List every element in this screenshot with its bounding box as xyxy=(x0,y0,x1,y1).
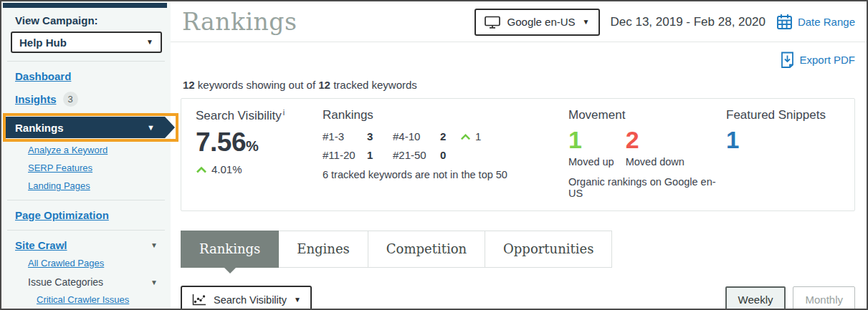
date-range-value: Dec 13, 2019 - Feb 28, 2020 xyxy=(611,15,766,29)
keywords-tracked-count: 12 xyxy=(318,79,330,91)
caret-down-icon: ▼ xyxy=(583,19,590,26)
keywords-showing-text: keywords showing out of xyxy=(195,79,319,91)
keywords-summary: 12 keywords showing out of 12 tracked ke… xyxy=(171,68,867,91)
tab-engines[interactable]: Engines xyxy=(278,231,368,268)
metric-dropdown-value: Search Visibility xyxy=(214,294,287,306)
info-icon[interactable]: i xyxy=(283,108,285,117)
moved-up-label: Moved up xyxy=(568,156,614,168)
tab-rankings[interactable]: Rankings xyxy=(181,231,279,268)
date-range-label: Date Range xyxy=(798,16,855,28)
rank-change-value: 1 xyxy=(475,130,481,142)
featured-snippets-title: Featured Snippets xyxy=(726,108,840,122)
movement-note: Organic rankings on Google en-US xyxy=(568,176,726,199)
sidebar-item-issue-categories[interactable]: Issue Categories xyxy=(28,276,103,288)
search-visibility-change: 4.01% xyxy=(211,163,242,175)
caret-down-icon: ▼ xyxy=(147,124,155,132)
sidebar-item-analyze-a-keyword[interactable]: Analyze a Keyword xyxy=(28,145,108,155)
rank-range: #1-3 xyxy=(323,130,367,142)
main-content: Rankings Google en-US ▼ Dec 13, 2019 - F… xyxy=(171,1,867,309)
tab-competition[interactable]: Competition xyxy=(368,231,485,268)
sidebar-item-serp-features[interactable]: SERP Features xyxy=(28,163,92,173)
keywords-tracked-text: tracked keywords xyxy=(330,79,417,91)
caret-down-icon: ▼ xyxy=(294,296,301,304)
chevron-up-icon xyxy=(460,133,471,140)
sidebar-item-page-optimization[interactable]: Page Optimization xyxy=(15,209,109,221)
caret-down-icon: ▼ xyxy=(146,39,153,46)
search-engine-dropdown-value: Google en-US xyxy=(507,16,576,28)
metric-dropdown[interactable]: Search Visibility ▼ xyxy=(181,286,312,310)
rank-count: 2 xyxy=(440,130,460,142)
sidebar-item-insights-row: Insights 3 xyxy=(1,83,171,107)
campaign-dropdown-value: Help Hub xyxy=(19,37,146,49)
app-window: View Campaign: Help Hub ▼ Dashboard Insi… xyxy=(0,0,868,310)
stats-summary-panel: Search Visibilityi 7.56% 4.01% Rankings … xyxy=(181,98,855,211)
sidebar-item-site-crawl-row: Site Crawl ▼ xyxy=(1,231,171,251)
page-title: Rankings xyxy=(182,8,297,36)
campaign-dropdown[interactable]: Help Hub ▼ xyxy=(11,32,162,53)
export-pdf-icon xyxy=(781,52,794,68)
rank-change: 1 xyxy=(460,130,568,142)
date-range-button[interactable]: Date Range xyxy=(776,14,855,30)
tab-opportunities[interactable]: Opportunities xyxy=(485,231,612,268)
search-engine-dropdown[interactable]: Google en-US ▼ xyxy=(474,9,600,36)
export-pdf-label: Export PDF xyxy=(799,54,855,66)
calendar-icon xyxy=(776,14,793,30)
sidebar-item-rankings-wrap: Rankings ▼ xyxy=(1,117,171,138)
search-visibility-value: 7.56 xyxy=(196,127,246,157)
weekly-button[interactable]: Weekly xyxy=(725,286,786,310)
rankings-section: Rankings #1-3 3 #4-10 2 1 #11-20 1 #21-5… xyxy=(323,108,568,199)
search-visibility-title: Search Visibility xyxy=(196,109,282,122)
scatter-chart-icon xyxy=(191,294,206,306)
moved-down-value: 2 xyxy=(626,125,685,155)
search-visibility-unit: % xyxy=(246,138,259,154)
tabs-bar: Rankings Engines Competition Opportuniti… xyxy=(181,231,855,268)
sidebar-item-insights[interactable]: Insights xyxy=(15,93,57,105)
moved-up-value: 1 xyxy=(568,125,614,155)
caret-down-icon[interactable]: ▼ xyxy=(151,242,158,249)
sidebar-rankings-label: Rankings xyxy=(15,122,147,134)
movement-section: Movement 1 Moved up 2 Moved down Organic… xyxy=(568,108,726,199)
rank-count: 3 xyxy=(367,130,393,142)
rankings-section-title: Rankings xyxy=(323,108,568,122)
rank-range: #11-20 xyxy=(323,149,367,161)
chevron-up-icon xyxy=(196,166,207,173)
rank-count: 1 xyxy=(367,149,393,161)
keywords-showing-count: 12 xyxy=(183,79,195,91)
insights-count-badge: 3 xyxy=(63,92,78,107)
chart-controls-row: Search Visibility ▼ Weekly Monthly xyxy=(181,286,855,310)
sidebar-item-all-crawled-pages[interactable]: All Crawled Pages xyxy=(28,258,104,268)
caret-down-icon[interactable]: ▼ xyxy=(151,279,158,286)
sidebar-item-critical-crawler-issues[interactable]: Critical Crawler Issues xyxy=(37,294,129,305)
sidebar-item-dashboard[interactable]: Dashboard xyxy=(15,70,71,82)
sidebar-item-issue-categories-row: Issue Categories ▼ xyxy=(1,269,171,288)
moved-down-stat: 2 Moved down xyxy=(626,125,685,168)
sidebar-item-landing-pages[interactable]: Landing Pages xyxy=(28,180,90,191)
rank-range: #21-50 xyxy=(393,149,440,161)
moved-up-stat: 1 Moved up xyxy=(568,125,614,168)
monthly-button[interactable]: Monthly xyxy=(793,286,855,310)
sidebar-top-accent-bar xyxy=(3,3,167,8)
sidebar-item-site-crawl[interactable]: Site Crawl xyxy=(15,239,67,251)
movement-title: Movement xyxy=(568,108,726,122)
sidebar: View Campaign: Help Hub ▼ Dashboard Insi… xyxy=(1,1,171,309)
rankings-note: 6 tracked keywords are not in the top 50 xyxy=(323,169,568,180)
view-campaign-label: View Campaign: xyxy=(1,8,171,26)
rankings-distribution-table: #1-3 3 #4-10 2 1 #11-20 1 #21-50 0 xyxy=(323,130,568,161)
moved-down-label: Moved down xyxy=(626,156,685,168)
rank-count: 0 xyxy=(440,149,460,161)
sidebar-item-rankings[interactable]: Rankings ▼ xyxy=(6,117,165,138)
monitor-icon xyxy=(485,16,500,29)
featured-snippets-value: 1 xyxy=(726,127,840,154)
search-visibility-section: Search Visibilityi 7.56% 4.01% xyxy=(196,108,323,199)
export-pdf-button[interactable]: Export PDF xyxy=(171,42,867,68)
page-header: Rankings Google en-US ▼ Dec 13, 2019 - F… xyxy=(171,1,867,38)
rank-range: #4-10 xyxy=(393,130,440,142)
featured-snippets-section: Featured Snippets 1 xyxy=(726,108,840,199)
